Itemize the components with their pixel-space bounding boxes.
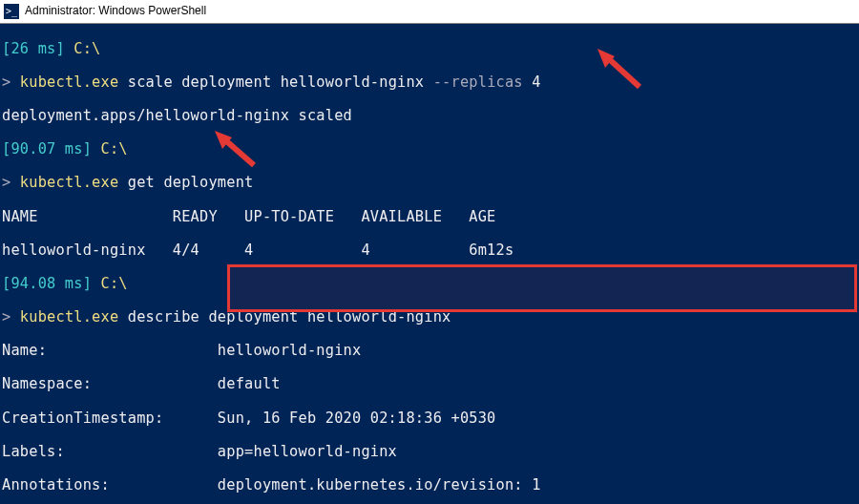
cmd-flag: --replicas [433,74,523,91]
table-header: NAME READY UP-TO-DATE AVAILABLE AGE [0,209,859,226]
powershell-icon: >_ [4,4,19,19]
prompt-cwd: C:\ [65,40,101,57]
window-titlebar[interactable]: >_ Administrator: Windows PowerShell [0,0,859,24]
describe-line: Name: helloworld-nginx [0,343,859,360]
prompt-arrow: > [2,174,20,191]
prompt-cwd: C:\ [92,275,128,292]
cmd-args: scale deployment helloworld-nginx [118,74,432,91]
cmd-args: describe deployment helloworld-nginx [118,308,450,326]
cmd-exe: kubectl.exe [20,74,119,91]
describe-line: CreationTimestamp: Sun, 16 Feb 2020 02:1… [0,410,859,428]
cmd-exe: kubectl.exe [20,174,119,191]
cmd-exe: kubectl.exe [20,308,119,326]
cmd-args: get deployment [118,174,253,191]
describe-line: Annotations: deployment.kubernetes.io/re… [0,477,859,494]
prompt-cwd: C:\ [92,140,128,158]
describe-line: Labels: app=helloworld-nginx [0,444,859,461]
prompt-arrow: > [2,74,20,91]
cmd-num: 4 [523,74,541,91]
table-row: helloworld-nginx 4/4 4 4 6m12s [0,242,859,260]
terminal-output[interactable]: [26 ms] C:\ > kubectl.exe scale deployme… [0,24,859,504]
prompt-time: [94.08 ms] [2,275,92,292]
describe-line: Namespace: default [0,376,859,393]
prompt-time: [26 ms] [2,40,65,57]
window-title: Administrator: Windows PowerShell [25,3,206,20]
output-line: deployment.apps/helloworld-nginx scaled [0,108,859,125]
prompt-arrow: > [2,308,20,326]
prompt-time: [90.07 ms] [2,140,92,158]
